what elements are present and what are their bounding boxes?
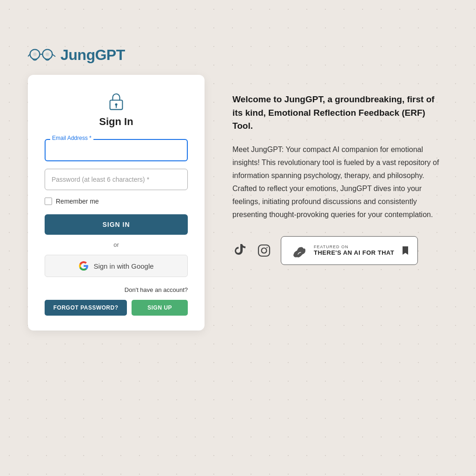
google-logo-icon bbox=[79, 261, 89, 271]
svg-point-12 bbox=[266, 247, 267, 248]
svg-point-11 bbox=[262, 248, 267, 253]
featured-badge[interactable]: FEATURED ON THERE'S AN AI FOR THAT bbox=[281, 236, 418, 265]
no-account-row: Don't have an account? bbox=[45, 286, 188, 293]
right-column: Welcome to JungGPT, a groundbreaking, fi… bbox=[232, 46, 446, 331]
google-button-label: Sign in with Google bbox=[93, 262, 153, 270]
remember-label: Remember me bbox=[56, 198, 99, 205]
brand-name: JungGPT bbox=[60, 46, 125, 64]
left-column: JungGPT Sign In Email Address * bbox=[28, 46, 205, 331]
social-row: FEATURED ON THERE'S AN AI FOR THAT bbox=[232, 236, 446, 265]
logo-area: JungGPT bbox=[28, 46, 205, 64]
instagram-icon[interactable] bbox=[257, 243, 271, 258]
bottom-buttons: FORGOT PASSWORD? SIGN UP bbox=[45, 300, 188, 316]
featured-label: FEATURED ON bbox=[314, 245, 394, 249]
sign-in-card: Sign In Email Address * Remember me SIGN… bbox=[28, 75, 205, 331]
tiktok-icon[interactable] bbox=[232, 243, 247, 258]
remember-row: Remember me bbox=[45, 198, 188, 205]
email-label: Email Address * bbox=[50, 135, 93, 141]
password-input[interactable] bbox=[45, 169, 188, 190]
logo-icon bbox=[28, 47, 56, 64]
page-wrapper: JungGPT Sign In Email Address * bbox=[28, 46, 448, 331]
remember-checkbox[interactable] bbox=[45, 198, 52, 205]
svg-rect-10 bbox=[258, 245, 270, 256]
bookmark-icon bbox=[402, 245, 409, 256]
signup-button[interactable]: SIGN UP bbox=[132, 300, 188, 316]
or-divider: or bbox=[45, 241, 188, 248]
email-form-group: Email Address * bbox=[45, 139, 188, 161]
featured-text-area: FEATURED ON THERE'S AN AI FOR THAT bbox=[314, 245, 394, 256]
password-form-group bbox=[45, 169, 188, 190]
google-signin-button[interactable]: Sign in with Google bbox=[45, 255, 188, 277]
welcome-body: Meet JungGPT: Your compact AI companion … bbox=[232, 143, 446, 221]
email-input[interactable] bbox=[45, 139, 188, 161]
svg-point-3 bbox=[46, 53, 49, 56]
card-icon-area bbox=[45, 92, 188, 111]
forgot-password-button[interactable]: FORGOT PASSWORD? bbox=[45, 300, 127, 316]
muscle-icon bbox=[290, 241, 308, 260]
sign-in-button[interactable]: SIGN IN bbox=[45, 214, 188, 235]
svg-point-1 bbox=[33, 53, 37, 56]
welcome-heading: Welcome to JungGPT, a groundbreaking, fi… bbox=[232, 93, 446, 133]
no-account-text: Don't have an account? bbox=[125, 286, 188, 293]
featured-name: THERE'S AN AI FOR THAT bbox=[314, 249, 394, 256]
card-title: Sign In bbox=[45, 116, 188, 128]
lock-icon bbox=[106, 92, 126, 111]
